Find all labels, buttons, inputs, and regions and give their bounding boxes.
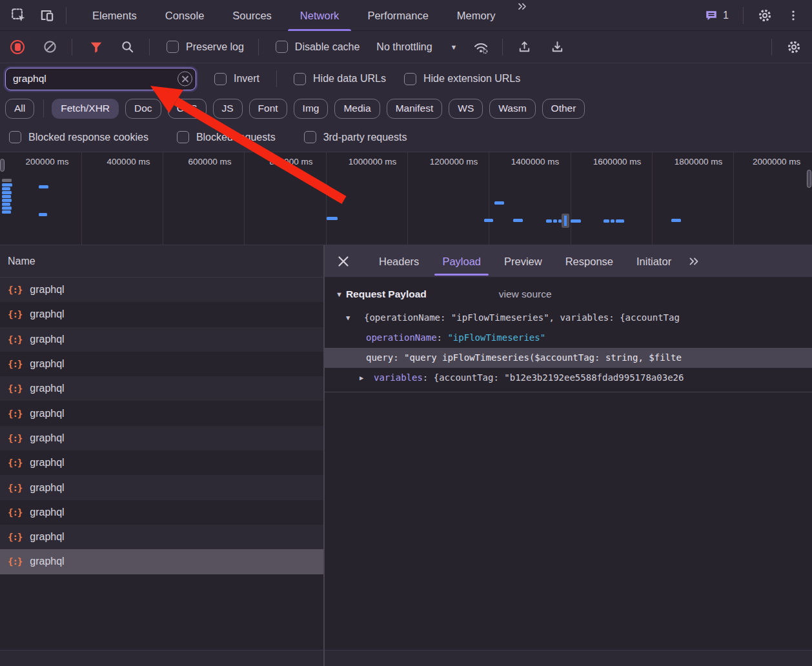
invert-label: Invert — [234, 73, 259, 85]
preserve-log-checkbox[interactable] — [167, 41, 179, 53]
filter-input-wrap — [5, 68, 196, 90]
invert-checkbox[interactable] — [214, 73, 227, 85]
blocked-cookies-checkbox[interactable] — [9, 131, 21, 143]
disable-cache-checkbox[interactable] — [276, 41, 288, 53]
tab-console[interactable]: Console — [151, 0, 219, 31]
chip-doc[interactable]: Doc — [125, 99, 161, 119]
request-row[interactable]: {:} graphql — [0, 327, 323, 352]
selected-request-marker — [562, 214, 569, 228]
tab-elements[interactable]: Elements — [78, 0, 151, 31]
tab-sources[interactable]: Sources — [218, 0, 286, 31]
request-row[interactable]: {:} graphql — [0, 302, 323, 327]
kebab-menu-icon[interactable] — [784, 6, 803, 25]
network-settings-gear-icon[interactable] — [786, 39, 802, 55]
overview-right-handle[interactable] — [807, 170, 811, 188]
expander-icon[interactable]: ▶ — [360, 368, 363, 388]
hide-extension-urls-label: Hide extension URLs — [423, 73, 520, 85]
details-tab-strip: Headers Payload Preview Response Initiat… — [325, 245, 812, 278]
settings-gear-icon[interactable] — [755, 6, 775, 25]
chip-img[interactable]: Img — [294, 99, 329, 119]
view-source-link[interactable]: view source — [499, 288, 552, 300]
request-row-selected[interactable]: {:} graphql — [0, 549, 323, 574]
request-row[interactable]: {:} graphql — [0, 401, 323, 425]
request-row[interactable]: {:} graphql — [0, 475, 323, 500]
hide-data-urls-checkbox[interactable] — [294, 73, 306, 85]
toolbar-divider — [502, 39, 503, 56]
request-row[interactable]: {:} graphql — [0, 278, 323, 302]
filter-funnel-icon[interactable] — [89, 40, 103, 54]
toolbar-divider — [258, 39, 259, 56]
filter-row-divider — [276, 70, 277, 87]
json-request-icon: {:} — [8, 483, 22, 493]
details-tab-payload[interactable]: Payload — [431, 245, 492, 278]
tab-memory[interactable]: Memory — [443, 0, 510, 31]
chip-ws[interactable]: WS — [449, 99, 483, 119]
third-party-checkbox[interactable] — [304, 131, 316, 143]
tab-performance[interactable]: Performance — [353, 0, 442, 31]
preserve-log-label: Preserve log — [186, 41, 244, 53]
device-toolbar-icon[interactable] — [37, 6, 57, 25]
details-tab-initiator[interactable]: Initiator — [625, 245, 683, 278]
network-conditions-icon[interactable] — [472, 39, 489, 55]
clear-filter-icon[interactable] — [178, 72, 192, 86]
throttling-dropdown[interactable]: No throttling ▼ — [376, 41, 457, 53]
details-tab-headers[interactable]: Headers — [367, 245, 431, 278]
tick-label: 400000 ms — [88, 157, 169, 166]
chip-font[interactable]: Font — [249, 99, 287, 119]
tick-label: 600000 ms — [169, 157, 250, 166]
chip-manifest[interactable]: Manifest — [387, 99, 443, 119]
payload-variables-line[interactable]: ▶ variables: {accountTag: "b12e3b2192ee5… — [325, 368, 812, 388]
details-tab-response[interactable]: Response — [554, 245, 625, 278]
close-details-icon[interactable] — [336, 254, 350, 268]
third-party-option: 3rd-party requests — [304, 131, 407, 143]
blocked-requests-checkbox[interactable] — [177, 131, 189, 143]
more-tabs-icon[interactable] — [509, 0, 535, 31]
preserve-log-option: Preserve log — [167, 41, 244, 53]
json-request-icon: {:} — [8, 532, 22, 542]
expander-icon[interactable]: ▼ — [346, 308, 350, 328]
filter-row: Invert Hide data URLs Hide extension URL… — [0, 63, 812, 94]
request-row[interactable]: {:} graphql — [0, 376, 323, 401]
request-row[interactable]: {:} graphql — [0, 525, 323, 549]
blocked-requests-label: Blocked requests — [196, 132, 276, 143]
record-button[interactable] — [10, 40, 25, 54]
chip-media[interactable]: Media — [334, 99, 380, 119]
hide-data-urls-option: Hide data URLs — [294, 73, 386, 85]
throttling-value: No throttling — [376, 41, 432, 53]
request-row[interactable]: {:} graphql — [0, 450, 323, 475]
panel-tabs: Elements Console Sources Network Perform… — [78, 0, 535, 31]
issues-button[interactable]: 1 — [704, 8, 729, 23]
tab-bar-divider — [66, 7, 66, 24]
payload-operation-name-line[interactable]: operationName: "ipFlowTimeseries" — [325, 328, 812, 348]
payload-summary-line[interactable]: ▼ {operationName: "ipFlowTimeseries", va… — [325, 308, 812, 328]
clear-requests-icon[interactable] — [43, 39, 57, 54]
details-tab-preview[interactable]: Preview — [492, 245, 554, 278]
more-details-tabs-icon[interactable] — [687, 254, 701, 268]
request-row[interactable]: {:} graphql — [0, 426, 323, 450]
payload-query-line-selected[interactable]: query: "query ipFlowTimeseries($accountT… — [325, 348, 812, 368]
chip-wasm[interactable]: Wasm — [489, 99, 535, 119]
overview-left-handle[interactable] — [0, 159, 5, 172]
import-har-icon[interactable] — [517, 39, 532, 54]
network-overview-timeline[interactable]: 200000 ms 400000 ms 600000 ms 800000 ms … — [0, 152, 812, 245]
inspect-element-icon[interactable] — [9, 6, 28, 25]
export-har-icon[interactable] — [550, 39, 565, 54]
request-row[interactable]: {:} graphql — [0, 500, 323, 525]
chip-all[interactable]: All — [5, 99, 34, 119]
filter-input[interactable] — [6, 73, 196, 85]
disable-cache-label: Disable cache — [295, 41, 360, 53]
section-title: Request Payload — [346, 288, 427, 300]
chip-css[interactable]: CSS — [168, 99, 207, 119]
request-list-panel: Name {:} graphql {:} graphql {:} graphql… — [0, 245, 323, 666]
request-row[interactable]: {:} graphql — [0, 352, 323, 376]
json-request-icon: {:} — [8, 409, 22, 419]
chip-other[interactable]: Other — [542, 99, 585, 119]
json-request-icon: {:} — [8, 285, 22, 295]
search-icon[interactable] — [120, 39, 135, 54]
hide-extension-urls-checkbox[interactable] — [404, 73, 416, 85]
tab-network[interactable]: Network — [286, 0, 354, 31]
chip-fetch-xhr[interactable]: Fetch/XHR — [52, 99, 119, 119]
name-column-header[interactable]: Name — [0, 245, 323, 278]
section-expander-icon[interactable]: ▼ — [336, 290, 343, 298]
chip-js[interactable]: JS — [213, 99, 243, 119]
